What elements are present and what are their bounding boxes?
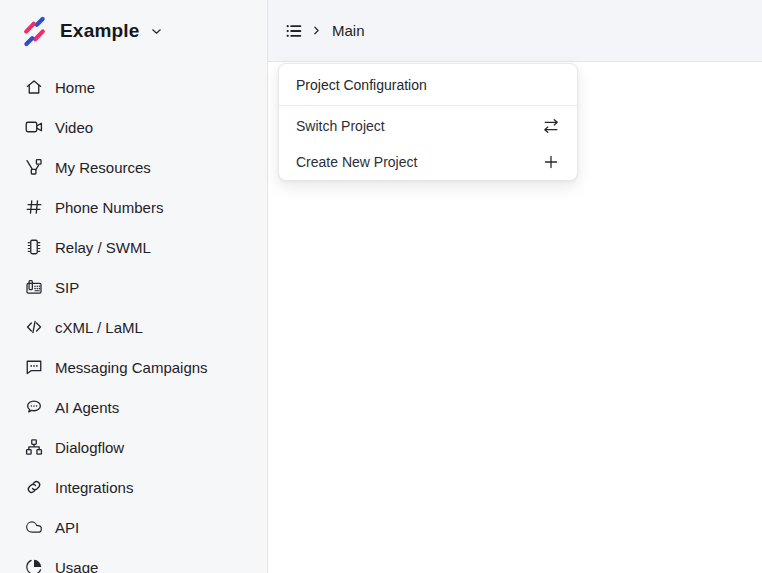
video-camera-icon <box>24 117 44 137</box>
pie-chart-icon <box>24 557 44 573</box>
message-square-icon <box>24 357 44 377</box>
sidebar-item-api[interactable]: API <box>0 507 267 547</box>
sidebar-item-ai-agents[interactable]: AI Agents <box>0 387 267 427</box>
switch-project-item[interactable]: Switch Project <box>279 106 577 144</box>
sidebar-item-usage[interactable]: Usage <box>0 547 267 573</box>
sidebar-item-dialogflow[interactable]: Dialogflow <box>0 427 267 467</box>
sidebar-item-label: Video <box>55 119 93 136</box>
link-icon <box>24 477 44 497</box>
sidebar-item-label: Usage <box>55 559 98 573</box>
swap-arrows-icon <box>542 117 560 135</box>
sidebar-item-my-resources[interactable]: My Resources <box>0 147 267 187</box>
home-icon <box>24 77 44 97</box>
sidebar-item-home[interactable]: Home <box>0 67 267 107</box>
breadcrumb-current[interactable]: Main <box>332 22 365 39</box>
code-brackets-icon <box>24 317 44 337</box>
sidebar-item-label: SIP <box>55 279 79 296</box>
sidebar-item-label: Messaging Campaigns <box>55 359 208 376</box>
sidebar-item-integrations[interactable]: Integrations <box>0 467 267 507</box>
sidebar-item-label: Phone Numbers <box>55 199 163 216</box>
sidebar-item-label: cXML / LaML <box>55 319 143 336</box>
sidebar-item-messaging-campaigns[interactable]: Messaging Campaigns <box>0 347 267 387</box>
sidebar-item-label: Integrations <box>55 479 133 496</box>
sidebar-item-sip[interactable]: SIP <box>0 267 267 307</box>
sidebar-item-relay-swml[interactable]: Relay / SWML <box>0 227 267 267</box>
list-icon[interactable] <box>285 22 303 40</box>
project-selector[interactable]: Example <box>0 0 267 62</box>
chevron-down-icon <box>149 24 164 39</box>
menu-item-label: Create New Project <box>296 154 417 170</box>
sidebar-item-label: AI Agents <box>55 399 119 416</box>
desk-phone-icon <box>24 277 44 297</box>
create-new-project-item[interactable]: Create New Project <box>279 144 577 180</box>
menu-item-label: Switch Project <box>296 118 385 134</box>
project-configuration-item[interactable]: Project Configuration <box>279 64 577 105</box>
sitemap-icon <box>24 437 44 457</box>
project-menu: Project Configuration Switch Project Cre… <box>278 63 578 181</box>
sidebar-item-video[interactable]: Video <box>0 107 267 147</box>
sidebar-item-label: Dialogflow <box>55 439 124 456</box>
sidebar: Example Home Video <box>0 0 268 573</box>
sidebar-nav: Home Video My Resources Phone Numbers <box>0 62 267 573</box>
sidebar-item-label: API <box>55 519 79 536</box>
sidebar-item-label: My Resources <box>55 159 151 176</box>
sidebar-item-phone-numbers[interactable]: Phone Numbers <box>0 187 267 227</box>
chat-bubble-icon <box>24 397 44 417</box>
chip-icon <box>24 237 44 257</box>
topbar: Main <box>268 0 762 62</box>
chevron-right-icon <box>310 24 323 37</box>
sidebar-item-cxml-laml[interactable]: cXML / LaML <box>0 307 267 347</box>
sidebar-item-label: Relay / SWML <box>55 239 151 256</box>
cloud-icon <box>24 517 44 537</box>
brand-logo-icon <box>22 16 47 47</box>
hash-icon <box>24 197 44 217</box>
plus-icon <box>542 153 560 171</box>
sidebar-item-label: Home <box>55 79 95 96</box>
resources-nodes-icon <box>24 157 44 177</box>
brand-name: Example <box>60 20 140 42</box>
